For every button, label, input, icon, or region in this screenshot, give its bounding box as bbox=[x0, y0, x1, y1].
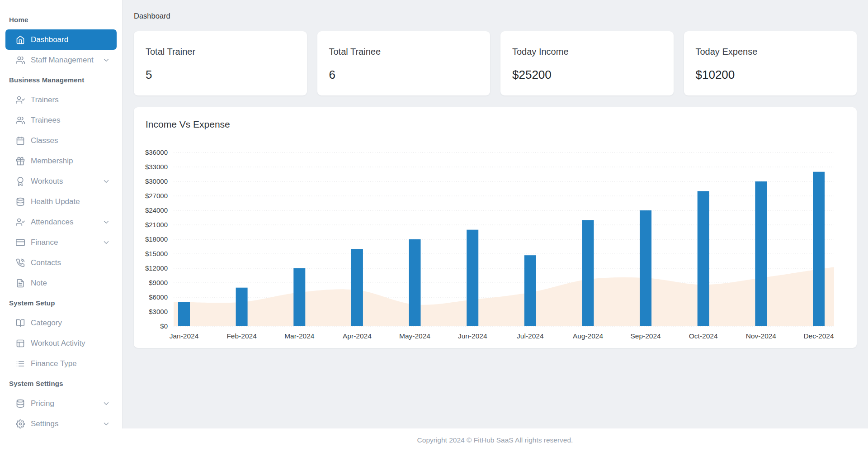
footer: Copyright 2024 © FitHub SaaS All rights … bbox=[122, 428, 868, 452]
chevron-down-icon[interactable] bbox=[102, 400, 110, 408]
file-text-icon bbox=[16, 279, 25, 288]
sidebar-section-header-system-setup: System Setup bbox=[5, 293, 118, 313]
stat-card-value: $10200 bbox=[696, 68, 845, 82]
chevron-down-icon[interactable] bbox=[102, 238, 110, 247]
sidebar-item-label: Attendances bbox=[31, 218, 102, 227]
credit-card-icon bbox=[16, 238, 25, 247]
y-axis-tick-label: $12000 bbox=[145, 264, 168, 272]
sidebar-item-staff-management[interactable]: Staff Management bbox=[5, 50, 117, 70]
sidebar-item-label: Staff Management bbox=[31, 56, 102, 65]
chevron-down-icon[interactable] bbox=[102, 56, 110, 64]
chevron-down-icon[interactable] bbox=[102, 420, 110, 428]
x-axis-tick-label: Jan-2024 bbox=[170, 332, 199, 340]
settings-icon bbox=[16, 419, 25, 428]
sidebar-item-pricing[interactable]: Pricing bbox=[5, 393, 117, 414]
sidebar-item-membership[interactable]: Membership bbox=[5, 151, 117, 171]
user-check-icon bbox=[16, 95, 25, 105]
chart-title: Income Vs Expense bbox=[134, 119, 857, 130]
x-axis-tick-label: Mar-2024 bbox=[284, 332, 315, 340]
income-bar[interactable] bbox=[755, 181, 767, 326]
sidebar-item-workout-activity[interactable]: Workout Activity bbox=[5, 333, 117, 353]
sidebar-item-label: Finance bbox=[31, 238, 102, 247]
sidebar-item-label: Classes bbox=[31, 136, 110, 145]
sidebar-item-label: Membership bbox=[31, 157, 110, 166]
y-axis-tick-label: $21000 bbox=[145, 221, 168, 228]
sidebar-item-category[interactable]: Category bbox=[5, 313, 117, 333]
income-bar[interactable] bbox=[582, 220, 594, 326]
income-bar[interactable] bbox=[236, 288, 248, 326]
list-icon bbox=[16, 359, 25, 368]
stat-card-value: $25200 bbox=[512, 68, 662, 82]
income-bar[interactable] bbox=[409, 239, 421, 326]
x-axis-tick-label: Dec-2024 bbox=[803, 332, 834, 340]
sidebar-item-health-update[interactable]: Health Update bbox=[5, 191, 117, 212]
chevron-down-icon[interactable] bbox=[102, 177, 110, 186]
y-axis-tick-label: $3000 bbox=[149, 308, 168, 315]
stat-card-label: Today Income bbox=[512, 47, 662, 57]
x-axis-tick-label: Aug-2024 bbox=[573, 332, 604, 340]
y-axis-tick-label: $9000 bbox=[149, 279, 168, 286]
x-axis-tick-label: Oct-2024 bbox=[689, 332, 718, 340]
stat-card-today-income: Today Income$25200 bbox=[500, 31, 674, 95]
sidebar-item-contacts[interactable]: Contacts bbox=[5, 252, 117, 273]
sidebar-item-label: Finance Type bbox=[31, 359, 110, 368]
income-vs-expense-chart: $36000$33000$30000$27000$24000$21000$180… bbox=[134, 136, 857, 344]
stat-card-total-trainee: Total Trainee6 bbox=[317, 31, 491, 95]
income-bar[interactable] bbox=[351, 249, 363, 326]
gift-icon bbox=[16, 157, 25, 166]
sidebar-item-trainers[interactable]: Trainers bbox=[5, 90, 117, 110]
y-axis-tick-label: $33000 bbox=[145, 163, 168, 171]
chevron-down-icon[interactable] bbox=[102, 218, 110, 226]
sidebar-item-label: Workouts bbox=[31, 177, 102, 186]
layout-icon bbox=[16, 339, 25, 348]
x-axis-tick-label: Jun-2024 bbox=[458, 332, 487, 340]
home-icon bbox=[16, 35, 25, 44]
sidebar-item-workouts[interactable]: Workouts bbox=[5, 171, 117, 191]
x-axis-tick-label: Nov-2024 bbox=[746, 332, 777, 340]
users-icon bbox=[16, 116, 25, 125]
content: Dashboard Total Trainer5Total Trainee6To… bbox=[122, 0, 868, 428]
sidebar-section-header-home: Home bbox=[5, 10, 118, 29]
stat-card-label: Total Trainee bbox=[329, 47, 479, 57]
y-axis-tick-label: $24000 bbox=[145, 206, 168, 214]
book-open-icon bbox=[16, 319, 25, 328]
stat-card-today-expense: Today Expense$10200 bbox=[684, 31, 857, 95]
sidebar-item-label: Settings bbox=[31, 419, 102, 428]
sidebar-item-label: Contacts bbox=[31, 258, 110, 267]
users-icon bbox=[16, 56, 25, 65]
stat-card-label: Today Expense bbox=[696, 47, 845, 57]
income-bar[interactable] bbox=[698, 191, 709, 326]
sidebar-item-dashboard[interactable]: Dashboard bbox=[5, 29, 117, 50]
x-axis-tick-label: Sep-2024 bbox=[630, 332, 661, 340]
y-axis-tick-label: $6000 bbox=[149, 293, 168, 301]
income-bar[interactable] bbox=[467, 230, 478, 326]
income-bar[interactable] bbox=[524, 255, 536, 326]
sidebar-item-note[interactable]: Note bbox=[5, 273, 117, 293]
sidebar-item-trainees[interactable]: Trainees bbox=[5, 110, 117, 130]
sidebar-item-finance-type[interactable]: Finance Type bbox=[5, 353, 117, 374]
y-axis-tick-label: $36000 bbox=[145, 148, 168, 156]
expense-area-series bbox=[174, 267, 834, 326]
sidebar-item-settings[interactable]: Settings bbox=[5, 414, 117, 434]
y-axis-tick-label: $30000 bbox=[145, 177, 168, 185]
sidebar: HomeDashboardStaff ManagementBusiness Ma… bbox=[0, 0, 122, 452]
sidebar-item-label: Pricing bbox=[31, 399, 102, 408]
income-bar[interactable] bbox=[813, 172, 825, 326]
sidebar-item-classes[interactable]: Classes bbox=[5, 130, 117, 151]
income-bar[interactable] bbox=[178, 302, 190, 326]
database-icon bbox=[16, 399, 25, 408]
x-axis-tick-label: Feb-2024 bbox=[226, 332, 257, 340]
y-axis-tick-label: $18000 bbox=[145, 235, 168, 243]
stat-card-value: 5 bbox=[146, 68, 295, 82]
sidebar-section-header-system-settings: System Settings bbox=[5, 374, 118, 393]
income-vs-expense-chart-card: Income Vs Expense $36000$33000$30000$270… bbox=[134, 107, 857, 348]
income-bar[interactable] bbox=[293, 268, 305, 326]
income-bar[interactable] bbox=[640, 210, 651, 326]
sidebar-section-header-business-management: Business Management bbox=[5, 70, 118, 90]
footer-copyright-text: Copyright 2024 © FitHub SaaS All rights … bbox=[417, 436, 573, 444]
sidebar-item-label: Health Update bbox=[31, 197, 110, 206]
stat-card-total-trainer: Total Trainer5 bbox=[134, 31, 307, 95]
sidebar-item-attendances[interactable]: Attendances bbox=[5, 212, 117, 232]
sidebar-item-finance[interactable]: Finance bbox=[5, 232, 117, 252]
database-icon bbox=[16, 197, 25, 206]
